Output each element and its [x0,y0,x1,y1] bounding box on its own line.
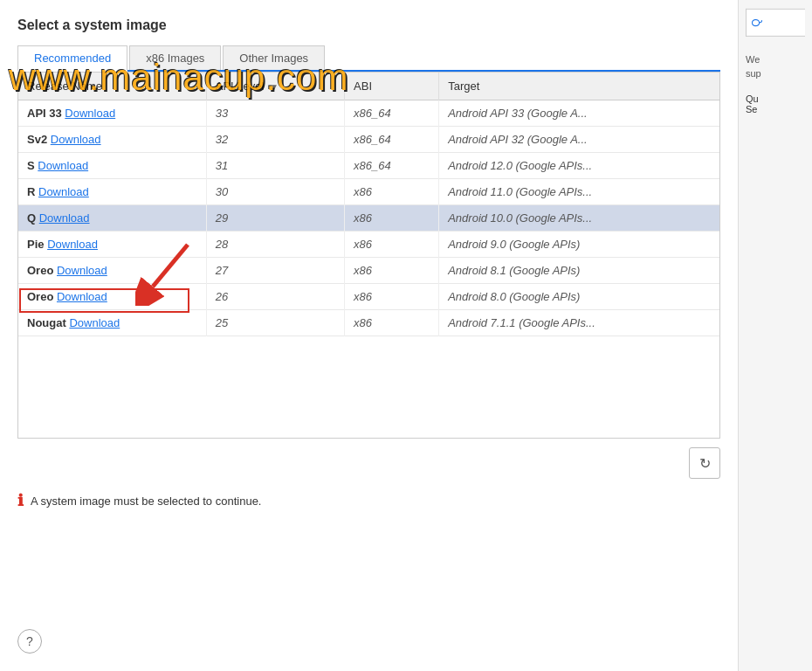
download-link[interactable]: Download [38,185,89,198]
table-header-row: Release Name API Level ▼ ABI Target [18,73,719,100]
main-container: Select a system image Recommended x86 Im… [0,0,812,671]
cell-release-name: API 33 Download [18,100,206,127]
right-panel: Q Wesup QuSe [738,0,812,671]
right-panel-qu: QuSe [746,93,805,114]
download-link[interactable]: Download [57,290,107,303]
cell-target: Android 8.1 (Google APIs) [439,258,719,284]
cell-abi: x86_64 [345,127,439,153]
cell-target: Android 7.1.1 (Google APIs... [439,310,719,336]
error-row: ℹ A system image must be selected to con… [17,491,720,510]
table-row[interactable]: API 33 Download33x86_64Android API 33 (G… [18,100,719,127]
help-button-container: ? [17,629,42,654]
cell-abi: x86 [345,179,439,205]
download-link[interactable]: Download [39,211,90,225]
right-tab-q[interactable]: Q [746,9,805,37]
cell-release-name: Sv2 Download [18,127,206,153]
cell-target: Android 12.0 (Google APIs... [439,153,719,179]
cell-api-level: 30 [206,179,344,205]
cell-release-name: Q Download [18,205,206,232]
cell-abi: x86_64 [345,100,439,127]
right-panel-we: Wesup [746,52,805,81]
error-icon: ℹ [17,491,24,510]
cell-api-level: 25 [206,310,344,336]
cell-release-name: Pie Download [18,232,206,258]
cell-target: Android API 32 (Google A... [439,127,719,153]
cell-release-name: Nougat Download [18,310,206,336]
cell-api-level: 33 [206,100,344,127]
cell-api-level: 28 [206,232,344,258]
table-row[interactable]: Nougat Download25x86Android 7.1.1 (Googl… [18,310,719,336]
cell-target: Android API 33 (Google A... [439,100,719,127]
tabs-row: Recommended x86 Images Other Images [17,45,720,72]
tab-recommended[interactable]: Recommended [17,45,127,72]
cell-abi: x86 [345,232,439,258]
cell-api-level: 29 [206,205,344,232]
cell-release-name: S Download [18,153,206,179]
table-row[interactable]: R Download30x86Android 11.0 (Google APIs… [18,179,719,205]
refresh-button[interactable]: ↻ [689,447,720,479]
download-link[interactable]: Download [69,316,120,329]
refresh-icon: ↻ [699,455,711,472]
download-link[interactable]: Download [57,264,107,277]
bottom-area: ↻ [17,447,720,479]
cell-api-level: 32 [206,127,344,153]
cell-target: Android 10.0 (Google APIs... [439,205,719,232]
error-message: A system image must be selected to conti… [31,495,261,508]
cell-target: Android 8.0 (Google APIs) [439,284,719,310]
cell-target: Android 9.0 (Google APIs) [439,232,719,258]
download-link[interactable]: Download [47,238,98,251]
download-link[interactable]: Download [51,133,101,146]
cell-target: Android 11.0 (Google APIs... [439,179,719,205]
cell-release-name: Oreo Download [18,284,206,310]
sort-icon: ▼ [270,82,279,92]
col-api-level[interactable]: API Level ▼ [206,73,344,100]
tab-x86-images[interactable]: x86 Images [129,45,221,70]
table-row[interactable]: Q Download29x86Android 10.0 (Google APIs… [18,205,719,232]
left-panel: Select a system image Recommended x86 Im… [0,0,738,671]
cell-api-level: 31 [206,153,344,179]
table-row[interactable]: Oreo Download27x86Android 8.1 (Google AP… [18,258,719,284]
col-target: Target [439,73,719,100]
page-title: Select a system image [17,17,720,33]
cell-abi: x86 [345,310,439,336]
cell-abi: x86 [345,205,439,232]
cell-abi: x86_64 [345,153,439,179]
cell-release-name: Oreo Download [18,258,206,284]
table-row[interactable]: S Download31x86_64Android 12.0 (Google A… [18,153,719,179]
cell-abi: x86 [345,284,439,310]
cell-abi: x86 [345,258,439,284]
tab-other-images[interactable]: Other Images [223,45,325,70]
col-abi: ABI [345,73,439,100]
download-link[interactable]: Download [65,107,115,120]
help-button[interactable]: ? [17,629,42,654]
system-image-table: Release Name API Level ▼ ABI Target API … [18,73,719,336]
cell-api-level: 26 [206,284,344,310]
table-row[interactable]: Sv2 Download32x86_64Android API 32 (Goog… [18,127,719,153]
system-image-table-container: Release Name API Level ▼ ABI Target API … [17,72,720,439]
cell-api-level: 27 [206,258,344,284]
table-row[interactable]: Oreo Download26x86Android 8.0 (Google AP… [18,284,719,310]
cell-release-name: R Download [18,179,206,205]
download-link[interactable]: Download [38,159,88,172]
col-release-name: Release Name [18,73,206,100]
table-row[interactable]: Pie Download28x86Android 9.0 (Google API… [18,232,719,258]
